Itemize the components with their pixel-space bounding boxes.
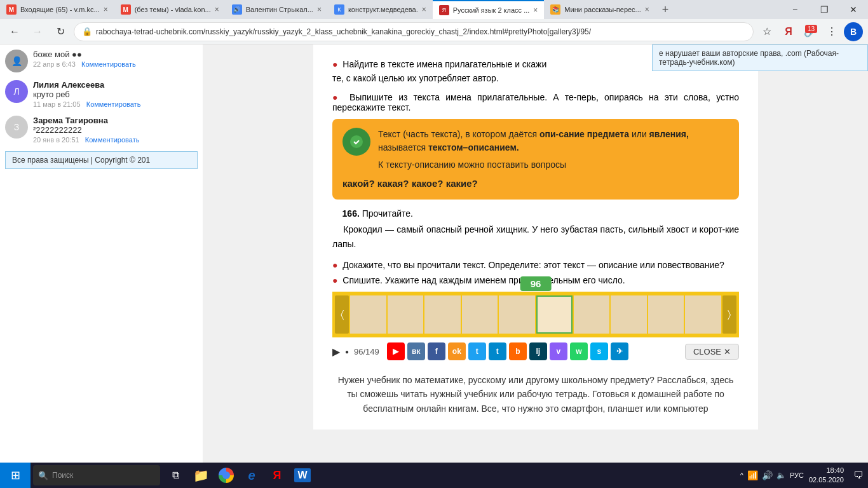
comment-reply-link[interactable]: Комментировать: [86, 100, 141, 108]
tab-gmail1-label: Входящие (65) - v.m.kc...: [20, 6, 100, 13]
url-bar[interactable]: 🔒 rabochaya-tetrad-uchebnik.com/russkiy_…: [74, 22, 754, 41]
whatsapp-icon[interactable]: w: [570, 342, 588, 360]
task-text1: Крокодил — самый опасный речной хищник. …: [332, 224, 739, 248]
twitter-icon[interactable]: t: [468, 342, 486, 360]
close-button[interactable]: CLOSE ✕: [685, 344, 739, 360]
chrome-button[interactable]: [214, 463, 239, 488]
tab-mini[interactable]: 📚 Мини рассказы-перес... ×: [544, 0, 655, 19]
tab-gmail1-close[interactable]: ×: [104, 5, 108, 14]
thumb-item-active[interactable]: [536, 295, 573, 334]
task-166: 166. Прочитайте. Крокодил — самый опасны…: [332, 208, 739, 251]
rule-text: Текст (часть текста), в котором даётся о…: [342, 128, 729, 154]
viber-icon[interactable]: v: [550, 342, 567, 360]
bookmark-button[interactable]: ☆: [757, 22, 776, 41]
chrome-icon: [219, 468, 234, 483]
tab-gmail2-label: (без темы) - vlada.kon...: [135, 6, 211, 13]
play-button[interactable]: ▶: [332, 346, 340, 358]
thumb-item[interactable]: [648, 295, 684, 334]
skype-icon[interactable]: s: [590, 342, 608, 360]
konstrukt-favicon: К: [334, 4, 344, 15]
minimize-button[interactable]: −: [780, 0, 810, 19]
thumb-item[interactable]: [388, 295, 424, 334]
tab-gmail2-close[interactable]: ×: [215, 5, 219, 14]
notification-icon: 🗨: [853, 470, 864, 481]
bullet1-icon: ●: [332, 92, 341, 102]
copyright-banner: Все права защищены | Copyright © 201: [5, 151, 198, 169]
tab-valentyn-label: Валентин Стрыкал...: [246, 6, 313, 13]
rule-mid: или: [629, 129, 649, 139]
tab-mini-close[interactable]: ×: [645, 5, 649, 14]
bullet-task-2: ● Докажите, что вы прочитали текст. Опре…: [332, 260, 739, 270]
tab-konstrukt-close[interactable]: ×: [422, 5, 426, 14]
main-textbook-content: ● Найдите в тексте имена прилагательные …: [203, 44, 868, 463]
thumb-item[interactable]: [611, 295, 647, 334]
thumb-prev-button[interactable]: 〈: [335, 295, 349, 334]
forward-button[interactable]: →: [28, 22, 47, 41]
vk-icon[interactable]: вк: [407, 342, 425, 360]
task-view-icon: ⧉: [172, 470, 179, 481]
refresh-button[interactable]: ↻: [51, 22, 70, 41]
tab-russkiy[interactable]: Я Русский язык 2 класс ... ×: [433, 0, 545, 19]
restore-button[interactable]: ❒: [810, 0, 839, 19]
tab-konstrukt[interactable]: К конструкт.медведева. ×: [328, 0, 433, 19]
profile-button[interactable]: В: [844, 22, 863, 41]
yandex-icon: Я: [273, 469, 281, 482]
thumb-item[interactable]: [685, 295, 721, 334]
telegram-icon[interactable]: t: [489, 342, 506, 360]
comment-reply-link[interactable]: Комментировать: [85, 136, 140, 144]
odnoklassniki-icon[interactable]: ok: [448, 342, 466, 360]
ie-icon: e: [248, 468, 255, 483]
tray-chevron[interactable]: ^: [740, 471, 743, 479]
file-explorer-button[interactable]: 📁: [188, 463, 214, 488]
dot-icon: ●: [345, 348, 349, 355]
windows-icon: ⊞: [11, 468, 20, 482]
telegram2-icon[interactable]: ✈: [611, 342, 628, 360]
taskbar-search[interactable]: 🔍 Поиск: [33, 465, 160, 485]
comment-meta: 20 янв в 20:51 Комментировать: [33, 136, 198, 144]
comment-reply-link[interactable]: Комментировать: [81, 60, 136, 68]
livejournal-icon[interactable]: lj: [529, 342, 547, 360]
thumb-item[interactable]: [462, 295, 498, 334]
facebook-icon[interactable]: f: [428, 342, 445, 360]
lock-icon: 🔒: [82, 27, 92, 36]
filler: [5, 172, 198, 210]
network-icon[interactable]: 📶: [747, 470, 758, 480]
bullet1-text: Выпишите из текста имена прилагательные.…: [332, 92, 739, 112]
yandex-button[interactable]: Я: [264, 463, 290, 488]
back-button[interactable]: ←: [5, 22, 24, 41]
tab-valentyn[interactable]: 🔊 Валентин Стрыкал... ×: [226, 0, 328, 19]
thumb-item[interactable]: [424, 295, 461, 334]
menu-button[interactable]: ⋮: [822, 22, 841, 41]
valentyn-favicon: 🔊: [232, 4, 242, 15]
yandex-button[interactable]: Я: [779, 22, 798, 41]
tab-valentyn-close[interactable]: ×: [317, 5, 322, 14]
new-tab-button[interactable]: +: [656, 0, 675, 19]
taskbar-clock[interactable]: 18:40 02.05.2020: [809, 466, 849, 485]
word-button[interactable]: W: [290, 463, 315, 488]
task-body: Крокодил — самый опасный речной хищник. …: [332, 222, 739, 251]
task-label: Прочитайте.: [362, 208, 413, 219]
task-view-button[interactable]: ⧉: [163, 463, 188, 488]
start-button[interactable]: ⊞: [0, 463, 31, 488]
tab-gmail2[interactable]: M (без темы) - vlada.kon... ×: [114, 0, 226, 19]
thumb-item[interactable]: [499, 295, 535, 334]
close-button[interactable]: ✕: [839, 0, 868, 19]
browser-window: M Входящие (65) - v.m.kc... × M (без тем…: [0, 0, 868, 463]
ie-button[interactable]: e: [239, 463, 264, 488]
close-x-icon: ✕: [724, 347, 731, 356]
youtube-icon[interactable]: ▶: [387, 342, 405, 360]
tab-gmail1[interactable]: M Входящие (65) - v.m.kc... ×: [0, 0, 114, 19]
tab-russkiy-close[interactable]: ×: [533, 6, 538, 15]
speaker-x2-icon[interactable]: 🔈: [776, 471, 786, 480]
word-icon: W: [294, 468, 310, 482]
comment-meta: 22 апр в 6:43 Комментировать: [33, 60, 198, 68]
thumb-next-button[interactable]: 〉: [722, 295, 736, 334]
volume-icon[interactable]: 🔊: [762, 470, 773, 480]
avatar: 👤: [5, 50, 28, 72]
thumb-item[interactable]: [574, 295, 610, 334]
notification-button[interactable]: 🗨: [849, 463, 868, 488]
blog-icon[interactable]: b: [509, 342, 527, 360]
thumb-item[interactable]: [350, 295, 386, 334]
share-button[interactable]: 13 🔗: [801, 22, 820, 41]
avatar: З: [5, 116, 28, 139]
